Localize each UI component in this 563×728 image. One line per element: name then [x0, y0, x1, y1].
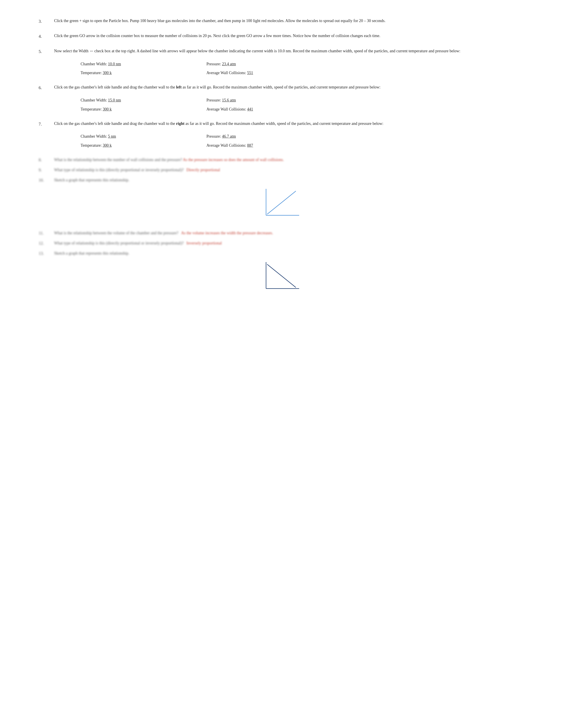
chamber-width-value-6: 15.0 nm — [108, 98, 121, 102]
blurred-body-8: What is the relationship between the num… — [54, 158, 284, 162]
blurred-num-9: 9. — [39, 168, 54, 173]
pressure-label-5: Pressure: 23.4 atm — [206, 61, 324, 67]
collisions-label-7: Average Wall Collisions: 887 — [206, 142, 324, 149]
item-number: 6. — [39, 84, 54, 112]
list-item: 6. Click on the gas chamber's left side … — [39, 84, 524, 112]
blurred-body-12: What type of relationship is this (direc… — [54, 241, 222, 246]
list-item: 7. Click on the gas chamber's left side … — [39, 120, 524, 149]
list-item: 3. Click the green + sign to open the Pa… — [39, 18, 524, 25]
item-body: Click on the gas chamber's left side han… — [54, 84, 524, 112]
item-number: 3. — [39, 18, 54, 25]
blurred-group-2: 11. What is the relationship between the… — [39, 231, 524, 295]
temp-value-6: 300 k — [103, 107, 112, 111]
collisions-label-5: Average Wall Collisions: 551 — [206, 70, 324, 76]
blurred-body-13: Sketch a graph that represents this rela… — [54, 251, 129, 256]
list-item: 5. Now select the Width ↔ check box at t… — [39, 48, 524, 76]
item-text: Click the green GO arrow in the collisio… — [54, 34, 381, 38]
item-number: 5. — [39, 48, 54, 76]
page-content: 3. Click the green + sign to open the Pa… — [39, 18, 524, 295]
blurred-num-11: 11. — [39, 231, 54, 236]
blurred-item-13: 13. Sketch a graph that represents this … — [39, 251, 524, 256]
item-number: 4. — [39, 33, 54, 40]
blurred-body-11: What is the relationship between the vol… — [54, 231, 273, 236]
collisions-value-7: 887 — [247, 143, 253, 148]
temp-label-5: Temperature: 300 k — [81, 70, 197, 76]
blurred-answer-8: As the pressure increases so does the am… — [183, 158, 284, 162]
item-text: Click the green + sign to open the Parti… — [54, 19, 386, 23]
chamber-width-value-7: 5 nm — [108, 134, 116, 139]
collisions-label-6: Average Wall Collisions: 441 — [206, 106, 324, 113]
chamber-width-value-5: 10.0 nm — [108, 62, 121, 66]
chamber-width-label-5: Chamber Width: 10.0 nm — [81, 61, 197, 67]
collisions-value-6: 441 — [247, 107, 253, 111]
item-text: Click on the gas chamber's left side han… — [54, 85, 381, 89]
item-text: Now select the Width ↔ check box at the … — [54, 49, 460, 53]
pressure-value-5: 23.4 atm — [222, 62, 236, 66]
graph-2 — [259, 260, 304, 295]
blurred-num-12: 12. — [39, 241, 54, 246]
blurred-body-9: What type of relationship is this (direc… — [54, 168, 220, 173]
item-body: Click the green GO arrow in the collisio… — [54, 33, 524, 40]
blurred-item-10: 10. Sketch a graph that represents this … — [39, 178, 524, 183]
chamber-width-label-7: Chamber Width: 5 nm — [81, 133, 197, 140]
blurred-text-11: What is the relationship between the vol… — [54, 231, 178, 235]
blurred-item-9: 9. What type of relationship is this (di… — [39, 168, 524, 173]
instructions-list: 3. Click the green + sign to open the Pa… — [39, 18, 524, 149]
temp-label-7: Temperature: 300 k — [81, 142, 197, 149]
blurred-text-9: What type of relationship is this (direc… — [54, 168, 184, 172]
blurred-item-8: 8. What is the relationship between the … — [39, 158, 524, 162]
blurred-text-13: Sketch a graph that represents this rela… — [54, 251, 129, 255]
blurred-num-8: 8. — [39, 158, 54, 162]
pressure-value-6: 15.6 atm — [222, 98, 236, 102]
blurred-answer-11: As the volume increases the width the pr… — [181, 231, 273, 235]
blurred-body-10: Sketch a graph that represents this rela… — [54, 178, 129, 183]
chamber-width-label-6: Chamber Width: 15.0 nm — [81, 97, 197, 103]
graph-1-container — [39, 187, 524, 222]
blurred-num-13: 13. — [39, 251, 54, 256]
graph-1 — [259, 187, 304, 222]
blurred-group-1: 8. What is the relationship between the … — [39, 158, 524, 222]
collisions-value-5: 551 — [247, 71, 253, 75]
blurred-item-11: 11. What is the relationship between the… — [39, 231, 524, 236]
pressure-label-6: Pressure: 15.6 atm — [206, 97, 324, 103]
item-body: Now select the Width ↔ check box at the … — [54, 48, 524, 76]
blurred-text-12: What type of relationship is this (direc… — [54, 241, 184, 245]
item-text: Click on the gas chamber's left side han… — [54, 121, 383, 126]
data-grid-6: Chamber Width: 15.0 nm Pressure: 15.6 at… — [81, 97, 324, 113]
data-grid-7: Chamber Width: 5 nm Pressure: 46.7 atm T… — [81, 133, 324, 149]
blurred-item-12: 12. What type of relationship is this (d… — [39, 241, 524, 246]
data-grid-5: Chamber Width: 10.0 nm Pressure: 23.4 at… — [81, 61, 324, 76]
temp-value-7: 300 k — [103, 143, 112, 148]
blurred-answer-12: Inversely proportional — [186, 241, 222, 245]
blurred-num-10: 10. — [39, 178, 54, 183]
pressure-value-7: 46.7 atm — [222, 134, 236, 139]
svg-line-2 — [267, 191, 296, 214]
item-number: 7. — [39, 120, 54, 149]
pressure-label-7: Pressure: 46.7 atm — [206, 133, 324, 140]
temp-label-6: Temperature: 300 k — [81, 106, 197, 113]
item-body: Click on the gas chamber's left side han… — [54, 120, 524, 149]
list-item: 4. Click the green GO arrow in the colli… — [39, 33, 524, 40]
temp-value-5: 300 k — [103, 71, 112, 75]
blurred-answer-9: Directly proportional — [186, 168, 220, 172]
blurred-text-8: What is the relationship between the num… — [54, 158, 182, 162]
graph-2-container — [39, 260, 524, 295]
svg-line-5 — [267, 264, 296, 287]
item-body: Click the green + sign to open the Parti… — [54, 18, 524, 25]
blurred-text-10: Sketch a graph that represents this rela… — [54, 178, 129, 182]
